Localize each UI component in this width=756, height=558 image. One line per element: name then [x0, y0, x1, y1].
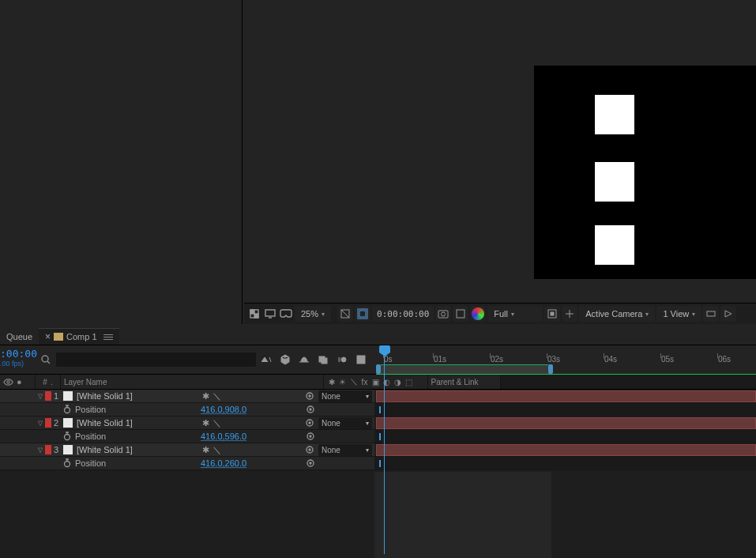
- view-dropdown[interactable]: 1 View▾: [656, 306, 701, 322]
- parent-dropdown[interactable]: None▾: [318, 390, 372, 402]
- label-color[interactable]: [45, 445, 51, 454]
- zoom-dropdown[interactable]: 25%▾: [295, 306, 331, 322]
- color-mgmt-icon[interactable]: [470, 306, 486, 322]
- monitor-icon[interactable]: [263, 307, 277, 321]
- property-value[interactable]: 416.0,260.0: [201, 458, 246, 468]
- stopwatch-icon[interactable]: [62, 458, 72, 468]
- composition-preview[interactable]: [243, 0, 756, 324]
- twirl-icon[interactable]: ▽: [38, 393, 43, 400]
- grid-guide-icon[interactable]: [562, 306, 577, 322]
- stopwatch-icon[interactable]: [62, 432, 72, 441]
- shy-switch[interactable]: ✱: [201, 445, 210, 454]
- alpha-icon[interactable]: [247, 307, 261, 321]
- layer-duration-bar[interactable]: [374, 390, 756, 402]
- fx-icon[interactable]: fx: [360, 377, 370, 386]
- fast-preview-icon[interactable]: [720, 306, 736, 322]
- expression-pickwhip-icon[interactable]: [305, 404, 316, 415]
- quality-switch[interactable]: ＼: [212, 391, 221, 401]
- keyframe[interactable]: [379, 433, 381, 440]
- visibility-column-icon[interactable]: [3, 377, 13, 387]
- layer-row[interactable]: ▽1 [White Solid 1] ✱ ＼ None▾: [0, 390, 756, 403]
- shy-switch[interactable]: ✱: [201, 418, 210, 428]
- shy-icon[interactable]: ✱: [327, 377, 337, 386]
- expression-pickwhip-icon[interactable]: [305, 458, 316, 469]
- adjust-icon[interactable]: ◑: [393, 377, 403, 386]
- layer-name-text[interactable]: [White Solid 1]: [77, 391, 133, 401]
- preview-canvas[interactable]: [534, 66, 756, 279]
- 3d-icon[interactable]: ⬚: [404, 377, 414, 386]
- shy-switch[interactable]: ✱: [201, 391, 210, 401]
- parent-dropdown[interactable]: None▾: [318, 444, 372, 456]
- twirl-icon[interactable]: ▽: [38, 420, 43, 427]
- panel-menu-icon[interactable]: [103, 334, 113, 340]
- layer-name-text[interactable]: [White Solid 1]: [77, 418, 133, 428]
- playhead[interactable]: [379, 345, 390, 356]
- motion-blur-icon[interactable]: [335, 353, 349, 367]
- close-icon[interactable]: ×: [45, 331, 51, 342]
- comp-icon: [54, 333, 63, 341]
- project-panel[interactable]: [0, 0, 243, 324]
- layer-color-chip: [63, 418, 73, 428]
- label-color[interactable]: [45, 418, 51, 428]
- safe-zones-icon[interactable]: [355, 306, 370, 322]
- stopwatch-icon[interactable]: [62, 405, 72, 414]
- parent-link-column[interactable]: Parent & Link: [428, 375, 501, 389]
- pickwhip-icon[interactable]: [304, 417, 315, 428]
- layer-duration-bar[interactable]: [374, 417, 756, 429]
- time-navigator[interactable]: [376, 364, 756, 374]
- tab-comp[interactable]: × Comp 1: [39, 328, 119, 345]
- hide-shy-icon[interactable]: [297, 353, 311, 367]
- property-name[interactable]: Position: [75, 458, 106, 468]
- svg-point-20: [309, 395, 310, 397]
- twirl-icon[interactable]: ▽: [38, 447, 43, 454]
- pickwhip-icon[interactable]: [304, 390, 315, 402]
- pickwhip-icon[interactable]: [304, 444, 315, 455]
- label-column-icon[interactable]: ●: [17, 377, 22, 386]
- graph-editor-icon[interactable]: [354, 353, 368, 367]
- keyframe[interactable]: [379, 460, 381, 467]
- layer-name-column[interactable]: Layer Name: [61, 375, 324, 389]
- time-ruler[interactable]: 0s 01s 02s 03s 04s 05s 06s: [374, 345, 756, 374]
- res-down-icon[interactable]: [337, 306, 353, 322]
- expression-pickwhip-icon[interactable]: [305, 431, 316, 442]
- pixel-aspect-icon[interactable]: [703, 306, 719, 322]
- svg-rect-7: [438, 311, 448, 318]
- quality-switch[interactable]: ＼: [212, 445, 221, 454]
- keyframe-track[interactable]: [374, 403, 756, 416]
- draft-3d-icon[interactable]: [278, 353, 292, 367]
- property-value[interactable]: 416.0,908.0: [201, 405, 246, 414]
- quality-switch[interactable]: ＼: [212, 418, 221, 428]
- layer-name-text[interactable]: [White Solid 1]: [77, 445, 133, 454]
- camera-dropdown[interactable]: Active Camera▾: [579, 306, 655, 322]
- parent-dropdown[interactable]: None▾: [318, 417, 372, 429]
- layer-row[interactable]: ▽2 [White Solid 1] ✱ ＼ None▾: [0, 417, 756, 430]
- quality-icon[interactable]: ＼: [349, 377, 359, 386]
- panel-tabs: Queue × Comp 1: [0, 328, 756, 345]
- frame-blend-icon[interactable]: [316, 353, 330, 367]
- current-time-display[interactable]: :00:00 .00 fps): [0, 345, 37, 374]
- svg-rect-3: [265, 310, 275, 316]
- timeline-search-input[interactable]: [56, 353, 256, 367]
- property-value[interactable]: 416.0,596.0: [201, 432, 246, 441]
- show-channel-icon[interactable]: [453, 306, 468, 322]
- layer-duration-bar[interactable]: [374, 443, 756, 456]
- keyframe-track[interactable]: [374, 430, 756, 443]
- property-name[interactable]: Position: [75, 405, 106, 414]
- timecode-display[interactable]: 0:00:00:00: [372, 306, 434, 322]
- layer-row[interactable]: ▽3 [White Solid 1] ✱ ＼ None▾: [0, 443, 756, 457]
- index-column[interactable]: #: [43, 378, 47, 386]
- tab-render-queue[interactable]: Queue: [0, 328, 39, 345]
- resolution-dropdown[interactable]: Full▾: [487, 306, 543, 322]
- collapse-icon[interactable]: ☀: [338, 377, 348, 386]
- keyframe-track[interactable]: [374, 457, 756, 469]
- work-area-end[interactable]: [548, 364, 553, 374]
- roi-icon[interactable]: [544, 306, 560, 322]
- svg-point-26: [65, 435, 70, 440]
- property-name[interactable]: Position: [75, 432, 106, 441]
- frameblend-col-icon[interactable]: ▣: [371, 377, 381, 386]
- label-color[interactable]: [45, 391, 51, 401]
- keyframe[interactable]: [379, 406, 381, 413]
- comp-flowchart-icon[interactable]: [259, 353, 273, 367]
- vr-icon[interactable]: [279, 307, 293, 321]
- snapshot-icon[interactable]: [435, 306, 451, 322]
